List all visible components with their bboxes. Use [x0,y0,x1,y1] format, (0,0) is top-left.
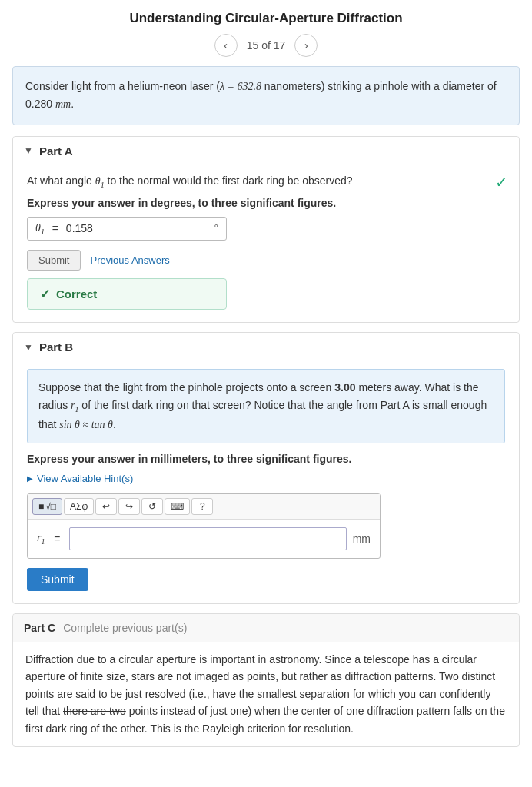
part-b-answer-input[interactable] [69,527,346,550]
keyboard-icon: ⌨ [171,501,184,512]
redo-icon: ↪ [125,501,133,512]
toolbar-keyboard-btn[interactable]: ⌨ [165,498,190,515]
part-b-section: ▼ Part B Suppose that the light from the… [12,332,520,604]
correct-check-icon: ✓ [40,287,50,301]
part-c-body: Diffraction due to a circular aperture i… [13,642,519,746]
toolbar-template-btn[interactable]: ■√□ [32,498,62,515]
r1-equals: = [51,533,63,545]
part-a-section: ▼ Part A ✓ At what angle θ1 to the norma… [12,136,520,324]
part-a-check-icon: ✓ [495,173,508,191]
part-b-math-input-container: ■√□ AΣφ ↩ ↪ ↺ [27,493,381,559]
part-a-submit-button[interactable]: Submit [27,250,81,271]
page-count: 15 of 17 [247,39,286,51]
problem-unit: mm [55,98,71,110]
part-b-chevron-icon: ▼ [24,342,33,353]
part-b-label: Part B [39,340,73,354]
math-input-row: r1 = mm [28,520,380,558]
problem-text-before: Consider light from a helium-neon laser … [25,80,220,92]
part-a-value: 0.158 [66,222,210,234]
part-c-header: Part C Complete previous part(s) [13,614,519,642]
view-hint-label[interactable]: View Available Hint(s) [37,473,133,484]
part-a-instruction: Express your answer in degrees, to three… [27,197,505,209]
math-toolbar: ■√□ AΣφ ↩ ↪ ↺ [28,494,380,520]
toolbar-symbols-btn[interactable]: AΣφ [64,498,94,515]
part-a-prev-answers-link[interactable]: Previous Answers [90,254,169,266]
part-b-hint-box: Suppose that the light from the pinhole … [27,369,505,443]
toolbar-undo-btn[interactable]: ↩ [95,498,117,515]
screen-distance: 3.00 [334,381,355,394]
problem-period: . [71,98,74,110]
toolbar-redo-btn[interactable]: ↪ [118,498,140,515]
refresh-icon: ↺ [148,501,156,512]
help-icon: ? [200,501,205,512]
part-c-label: Part C [24,622,55,634]
toolbar-refresh-btn[interactable]: ↺ [141,498,163,515]
part-c-text: Diffraction due to a circular aperture i… [25,651,507,737]
symbols-icon: AΣφ [70,501,88,512]
part-a-header[interactable]: ▼ Part A [13,137,519,165]
template-icon: ■ [38,501,44,512]
part-b-instruction: Express your answer in millimeters, to t… [27,453,505,465]
part-a-question: At what angle θ1 to the normal would the… [27,173,505,191]
correct-label: Correct [56,287,97,301]
prev-page-button[interactable]: ‹ [214,34,238,57]
part-a-body: ✓ At what angle θ1 to the normal would t… [13,165,519,323]
part-c-section: Part C Complete previous part(s) Diffrac… [12,613,520,747]
next-page-button[interactable]: › [294,34,318,57]
page-title: Understanding Circular-Aperture Diffract… [12,11,520,26]
undo-icon: ↩ [102,501,110,512]
part-a-answer-display: θ1 = 0.158 ° [27,217,227,241]
view-hint-link[interactable]: ▶ View Available Hint(s) [27,473,505,484]
part-a-unit: ° [214,222,218,234]
part-c-description: Complete previous part(s) [63,622,187,634]
part-b-unit: mm [353,533,371,545]
part-a-buttons: Submit Previous Answers [27,250,505,271]
part-b-header[interactable]: ▼ Part B [13,333,519,361]
r1-label: r1 [71,400,78,411]
problem-statement: Consider light from a helium-neon laser … [12,66,520,125]
part-a-chevron-icon: ▼ [24,145,33,156]
part-b-submit-button[interactable]: Submit [27,568,88,591]
part-a-equals: = [49,222,62,234]
r1-input-label: r1 [37,532,45,546]
nav-left-icon: ‹ [224,39,228,51]
part-a-label: Part A [39,144,73,158]
part-a-correct-badge: ✓ Correct [27,278,227,310]
problem-lambda: λ = 632.8 [220,81,261,92]
nav-right-icon: › [304,39,308,51]
approx-math: sin θ ≈ tan θ [59,419,113,430]
part-a-theta-label: θ1 [35,222,45,236]
toolbar-help-btn[interactable]: ? [191,498,213,515]
hint-triangle-icon: ▶ [27,474,33,483]
part-b-body: Suppose that the light from the pinhole … [13,361,519,603]
